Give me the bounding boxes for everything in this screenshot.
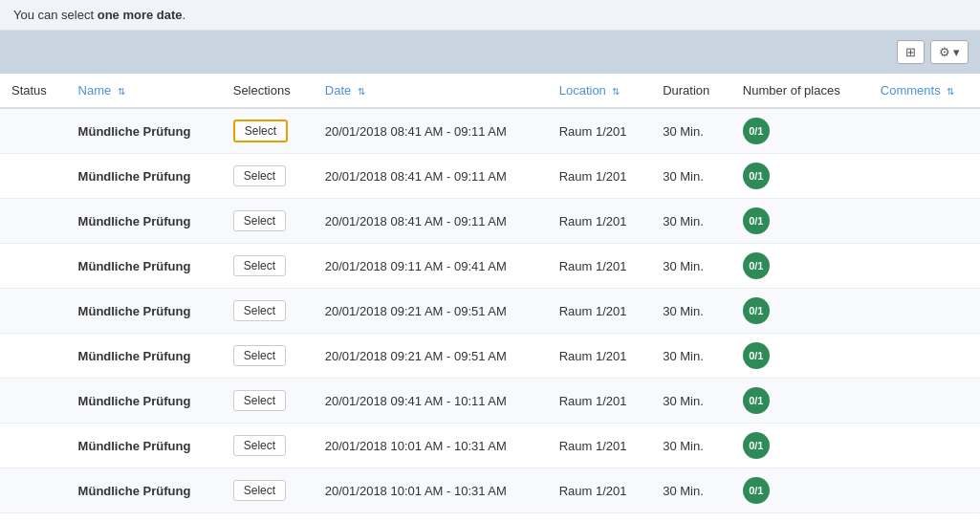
select-button[interactable]: Select xyxy=(233,435,286,456)
table-row: Mündliche PrüfungSelect20/01/2018 09:21 … xyxy=(0,334,980,379)
places-badge: 0/1 xyxy=(743,163,770,189)
cell-name: Mündliche Prüfung xyxy=(67,289,222,334)
cell-comments xyxy=(869,108,980,154)
cell-duration: 30 Min. xyxy=(651,199,731,244)
cell-name: Mündliche Prüfung xyxy=(67,154,222,199)
sort-name-icon[interactable]: ⇅ xyxy=(118,86,125,97)
places-badge: 0/1 xyxy=(743,477,770,504)
select-button[interactable]: Select xyxy=(233,120,288,142)
cell-status xyxy=(0,468,67,513)
cell-status xyxy=(0,513,67,523)
cell-location: Raum 1/201 xyxy=(548,379,651,424)
cell-name: Mündliche Prüfung xyxy=(67,424,222,468)
cell-location: Raum 1/201 xyxy=(548,289,651,334)
sort-location-icon[interactable]: ⇅ xyxy=(612,86,620,97)
cell-status xyxy=(0,154,67,199)
col-location-label: Location xyxy=(559,83,606,98)
cell-comments xyxy=(869,468,980,513)
cell-places: 0/1 xyxy=(731,334,869,379)
col-date-label: Date xyxy=(325,83,351,98)
cell-date: 20/01/2018 10:01 AM - 10:31 AM xyxy=(314,424,548,468)
select-button[interactable]: Select xyxy=(233,345,286,366)
cell-location: Raum 1/201 xyxy=(548,199,651,244)
cell-duration: 30 Min. xyxy=(651,513,731,523)
cell-duration: 30 Min. xyxy=(651,468,731,513)
cell-places: 0/1 xyxy=(731,424,869,468)
cell-status xyxy=(0,334,67,379)
cell-date: 20/01/2018 09:21 AM - 09:51 AM xyxy=(314,289,548,334)
cell-duration: 30 Min. xyxy=(651,154,731,199)
places-badge: 0/1 xyxy=(743,118,770,144)
select-button[interactable]: Select xyxy=(233,255,286,276)
col-places: Number of places xyxy=(731,74,869,108)
cell-location: Raum 1/201 xyxy=(548,513,651,523)
cell-places: 0/1 xyxy=(731,199,869,244)
settings-button[interactable]: ⚙ ▾ xyxy=(930,40,969,64)
table-row: Mündliche PrüfungSelect20/01/2018 09:41 … xyxy=(0,379,980,424)
cell-date: 20/01/2018 08:41 AM - 09:11 AM xyxy=(314,199,548,244)
select-button[interactable]: Select xyxy=(233,210,286,231)
cell-selections: Select xyxy=(222,108,314,154)
sort-date-icon[interactable]: ⇅ xyxy=(358,86,365,97)
table-row: Mündliche PrüfungSelect20/01/2018 08:41 … xyxy=(0,108,980,154)
table-header-row: Status Name ⇅ Selections Date ⇅ Location… xyxy=(0,74,980,108)
places-badge: 0/1 xyxy=(743,387,770,414)
cell-places: 0/1 xyxy=(731,108,869,154)
cell-duration: 30 Min. xyxy=(651,424,731,468)
col-comments-label: Comments xyxy=(881,83,941,98)
cell-status xyxy=(0,108,67,154)
cell-location: Raum 1/201 xyxy=(548,154,651,199)
table-row: Mündliche PrüfungSelect20/01/2018 09:11 … xyxy=(0,244,980,289)
cell-selections: Select xyxy=(222,424,314,468)
col-selections: Selections xyxy=(222,74,314,108)
cell-selections: Select xyxy=(222,379,314,424)
places-badge: 0/1 xyxy=(743,297,770,324)
cell-date: 20/01/2018 09:41 AM - 10:11 AM xyxy=(314,379,548,424)
select-button[interactable]: Select xyxy=(233,390,286,411)
cell-comments xyxy=(869,289,980,334)
cell-date: 20/01/2018 09:21 AM - 09:51 AM xyxy=(314,334,548,379)
cell-comments xyxy=(869,513,980,523)
cell-selections: Select xyxy=(222,468,314,513)
col-date: Date ⇅ xyxy=(314,74,548,108)
toolbar: ⊞ ⚙ ▾ xyxy=(0,31,980,74)
col-status: Status xyxy=(0,74,67,108)
main-table: Status Name ⇅ Selections Date ⇅ Location… xyxy=(0,74,980,522)
select-button[interactable]: Select xyxy=(233,300,286,321)
cell-selections: Select xyxy=(222,199,314,244)
cell-places: 0/1 xyxy=(731,289,869,334)
cell-name: Mündliche Prüfung xyxy=(67,199,222,244)
cell-name: Mündliche Prüfung xyxy=(67,513,222,523)
cell-comments xyxy=(869,424,980,468)
cell-places: 0/1 xyxy=(731,154,869,199)
gear-icon: ⚙ xyxy=(939,45,950,59)
cell-date: 20/01/2018 08:41 AM - 09:11 AM xyxy=(314,154,548,199)
sort-comments-icon[interactable]: ⇅ xyxy=(947,86,954,97)
cell-name: Mündliche Prüfung xyxy=(67,334,222,379)
cell-comments xyxy=(869,334,980,379)
col-name: Name ⇅ xyxy=(67,74,222,108)
cell-places: 0/1 xyxy=(731,468,869,513)
notice-bar: You can select one more date. xyxy=(0,0,980,31)
col-location: Location ⇅ xyxy=(548,74,651,108)
cell-location: Raum 1/201 xyxy=(548,424,651,468)
columns-toggle-button[interactable]: ⊞ xyxy=(897,40,925,64)
cell-duration: 30 Min. xyxy=(651,334,731,379)
cell-comments xyxy=(869,379,980,424)
cell-places: 0/1 xyxy=(731,379,869,424)
table-row: Mündliche PrüfungSelect20/01/2018 08:41 … xyxy=(0,154,980,199)
cell-date: 20/01/2018 08:41 AM - 09:11 AM xyxy=(314,108,548,154)
table-row: Mündliche PrüfungSelect20/01/2018 09:21 … xyxy=(0,289,980,334)
places-badge: 0/1 xyxy=(743,207,770,234)
cell-selections: Select xyxy=(222,244,314,289)
col-comments: Comments ⇅ xyxy=(869,74,980,108)
cell-selections: Select xyxy=(222,334,314,379)
cell-selections: Select xyxy=(222,289,314,334)
cell-places: 0/1 xyxy=(731,244,869,289)
cell-selections: Select xyxy=(222,513,314,523)
cell-date: 20/01/2018 09:11 AM - 09:41 AM xyxy=(314,244,548,289)
table-row: Mündliche PrüfungSelect20/01/2018 10:11 … xyxy=(0,513,980,523)
select-button[interactable]: Select xyxy=(233,165,286,186)
cell-comments xyxy=(869,154,980,199)
select-button[interactable]: Select xyxy=(233,480,286,501)
